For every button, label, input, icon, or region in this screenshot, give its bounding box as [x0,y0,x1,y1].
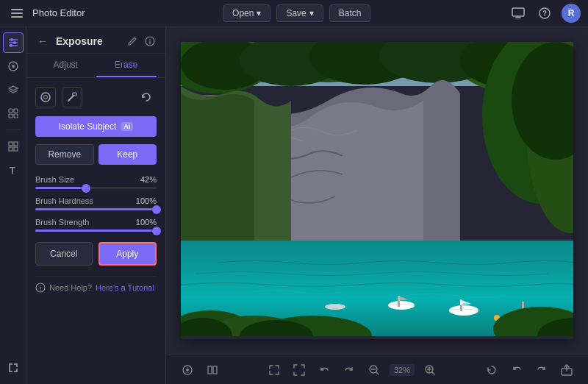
cancel-button[interactable]: Cancel [35,242,93,266]
cursor-tool-button[interactable] [3,358,24,378]
monitor-icon[interactable] [509,4,528,23]
svg-rect-18 [9,142,12,146]
svg-point-13 [12,65,15,68]
remove-keep-row: Remove Keep [35,144,157,165]
reset-button[interactable] [136,87,157,107]
keep-button[interactable]: Keep [98,144,157,165]
redo-button[interactable] [532,360,551,380]
batch-button[interactable]: Batch [329,4,371,22]
brush-strength-thumb[interactable] [152,227,161,235]
topbar: Photo Editor Open ▾ Save ▾ Batch ? [0,0,588,26]
svg-line-74 [376,372,379,374]
user-avatar[interactable]: R [562,4,581,23]
share-button[interactable] [557,360,576,380]
info-icon[interactable]: i [143,35,157,48]
edit-icon[interactable] [126,35,139,48]
help-text: Need Help? [49,283,92,292]
isolate-subject-button[interactable]: Isolate Subject Ai [35,116,157,137]
svg-rect-25 [9,371,12,372]
canvas-main[interactable] [166,26,588,355]
zoom-out-button[interactable] [365,360,384,380]
layers-tool-button[interactable] [3,79,24,100]
remove-button[interactable]: Remove [35,144,94,165]
fit-screen-button[interactable] [265,360,284,380]
brush-tool-button[interactable] [35,87,56,107]
svg-rect-71 [208,366,212,374]
topbar-right: ? R [509,4,581,23]
rotate-left-button[interactable] [315,360,334,380]
svg-point-11 [10,44,12,47]
help-row: i Need Help? Here's a Tutorial [35,276,157,299]
brush-strength-label: Brush Strength [35,218,89,227]
svg-point-32 [41,93,50,102]
grid-tool-button[interactable] [3,136,24,157]
svg-rect-72 [213,366,217,374]
svg-rect-34 [73,93,76,96]
app-name: Photo Editor [32,7,85,18]
back-button[interactable]: ← [35,34,50,49]
fullscreen-button[interactable] [290,360,309,380]
tutorial-link[interactable]: Here's a Tutorial [96,283,154,292]
svg-rect-2 [11,16,23,18]
brush-size-fill [35,187,86,189]
hamburger-icon [11,9,23,18]
adjustments-tool-button[interactable] [3,32,24,53]
apply-button[interactable]: Apply [98,242,157,266]
help-circle-icon: i [35,282,46,293]
brush-strength-value: 100% [136,218,157,227]
svg-text:?: ? [542,10,547,18]
brush-size-track [35,187,157,189]
brush-size-thumb[interactable] [82,184,90,193]
brush-hardness-fill [35,208,157,210]
save-button[interactable]: Save ▾ [276,4,323,22]
svg-rect-14 [9,109,12,113]
undo-history-button[interactable] [178,360,197,380]
brush-strength-fill [35,230,157,232]
icon-bar-separator [6,129,21,130]
svg-point-60 [325,304,345,310]
svg-rect-0 [11,9,23,10]
brush-hardness-value: 100% [136,196,157,205]
magic-tool-button[interactable] [62,87,82,107]
svg-point-9 [13,41,16,44]
chevron-down-icon: ▾ [309,8,314,18]
cancel-apply-row: Cancel Apply [35,242,157,266]
zoom-value: 32% [390,364,415,376]
svg-line-77 [432,372,434,374]
photo-image [181,42,573,336]
brush-hardness-row: Brush Hardness 100% [35,196,157,210]
brush-size-row: Brush Size 42% [35,175,157,189]
effects-tool-button[interactable] [3,103,24,124]
svg-point-7 [10,38,13,41]
svg-rect-21 [14,147,18,151]
panel-title: Exposure [56,35,120,47]
panel-header-icons: i [126,35,157,48]
tab-adjust[interactable]: Adjust [35,54,96,77]
svg-rect-15 [14,109,18,113]
bottom-left [178,360,222,380]
brush-strength-track [35,230,157,232]
svg-rect-17 [14,114,18,118]
undo-button[interactable] [507,360,526,380]
panel: ← Exposure i Adjust Erase [26,26,166,384]
text-tool-button[interactable]: T [3,160,24,180]
panel-tabs: Adjust Erase [26,54,165,78]
zoom-in-button[interactable] [420,360,440,380]
crop-tool-button[interactable] [3,56,24,77]
ai-badge: Ai [121,122,133,131]
tab-erase[interactable]: Erase [96,54,157,77]
panel-content: Isolate Subject Ai Remove Keep Brush Siz… [26,78,165,384]
brush-hardness-thumb[interactable] [152,205,161,214]
svg-rect-19 [14,142,18,146]
help-icon[interactable]: ? [535,4,554,23]
open-button[interactable]: Open ▾ [223,4,270,22]
erase-tools-row [35,87,157,107]
bottom-center: 32% [265,360,440,380]
compare-button[interactable] [203,360,222,380]
chevron-down-icon: ▾ [257,8,261,18]
brush-strength-row: Brush Strength 100% [35,218,157,232]
rotate-right-button[interactable] [340,360,359,380]
settings-button[interactable] [482,360,501,380]
svg-rect-27 [16,363,18,367]
menu-button[interactable] [7,4,26,23]
